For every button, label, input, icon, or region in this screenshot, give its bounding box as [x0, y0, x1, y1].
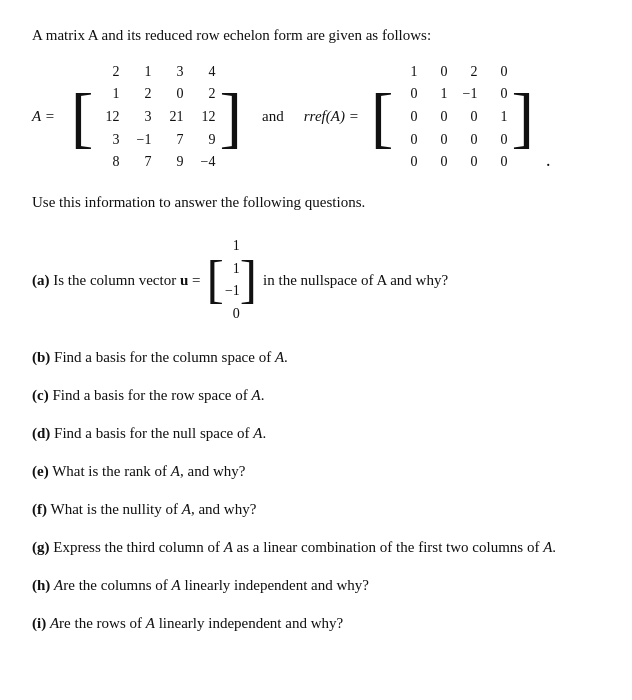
part-a-label: (a) Is the column vector u =	[32, 269, 200, 292]
matrix-cell: 0	[427, 61, 447, 83]
rref-label: rref(A) =	[304, 108, 359, 125]
connector-text: and	[262, 108, 284, 125]
matrix-cell: −4	[193, 151, 215, 173]
matrix-cell: 0	[161, 83, 183, 105]
bracket-left-a: [	[71, 83, 94, 151]
matrix-cell: 12	[193, 106, 215, 128]
part-item-d: (d) Find a basis for the null space of A…	[32, 421, 600, 445]
matrix-cell: 2	[193, 83, 215, 105]
matrix-cell: 0	[457, 129, 477, 151]
part-text: (g) Express the third column of A as a l…	[32, 535, 600, 559]
matrix-cell: 21	[161, 106, 183, 128]
matrix-cell: 3	[97, 129, 119, 151]
matrix-rref-cells: 102001−10000100000000	[397, 61, 507, 173]
part-item-e: (e) What is the rank of A, and why?	[32, 459, 600, 483]
vector-u-cell: 1	[224, 235, 240, 257]
matrix-cell: 0	[427, 151, 447, 173]
part-item-c: (c) Find a basis for the row space of A.	[32, 383, 600, 407]
matrix-cell: 2	[457, 61, 477, 83]
matrix-cell: 0	[427, 106, 447, 128]
matrix-a: [ 2134120212321123−179879−4 ]	[71, 61, 242, 173]
matrix-cell: 1	[427, 83, 447, 105]
matrix-cell: 7	[129, 151, 151, 173]
matrix-cell: 9	[193, 129, 215, 151]
matrix-cell: 0	[397, 129, 417, 151]
matrix-cell: 0	[487, 129, 507, 151]
part-text: (d) Find a basis for the null space of A…	[32, 421, 600, 445]
part-item-g: (g) Express the third column of A as a l…	[32, 535, 600, 559]
matrix-cell: 0	[487, 151, 507, 173]
matrix-cell: −1	[457, 83, 477, 105]
matrix-a-cells: 2134120212321123−179879−4	[97, 61, 215, 173]
bracket-right-u: ]	[240, 254, 257, 306]
part-a: (a) Is the column vector u = [ 11−10 ] i…	[32, 235, 600, 325]
use-line: Use this information to answer the follo…	[32, 191, 600, 214]
vector-u-cell: 1	[224, 258, 240, 280]
bracket-left-u: [	[206, 254, 223, 306]
vector-u-cell: −1	[224, 280, 240, 302]
matrix-cell: 0	[397, 106, 417, 128]
part-item-f: (f) What is the nullity of A, and why?	[32, 497, 600, 521]
intro-text: A matrix A and its reduced row echelon f…	[32, 24, 600, 47]
matrix-cell: 1	[129, 61, 151, 83]
matrix-cell: 12	[97, 106, 119, 128]
matrix-cell: 1	[97, 83, 119, 105]
part-text: (c) Find a basis for the row space of A.	[32, 383, 600, 407]
part-item-h: (h) Are the columns of A linearly indepe…	[32, 573, 600, 597]
part-text: (f) What is the nullity of A, and why?	[32, 497, 600, 521]
part-text: (b) Find a basis for the column space of…	[32, 345, 600, 369]
period: .	[546, 150, 551, 173]
vector-u-cell: 0	[224, 303, 240, 325]
matrix-cell: 9	[161, 151, 183, 173]
bracket-right-a: ]	[219, 83, 242, 151]
matrix-display-block: A = [ 2134120212321123−179879−4 ] and rr…	[32, 61, 600, 173]
matrix-cell: 4	[193, 61, 215, 83]
matrix-cell: 1	[487, 106, 507, 128]
matrix-cell: 2	[129, 83, 151, 105]
matrix-cell: 0	[487, 83, 507, 105]
matrix-cell: 3	[129, 106, 151, 128]
matrix-cell: 2	[97, 61, 119, 83]
matrix-rref: [ 102001−10000100000000 ]	[371, 61, 534, 173]
matrix-cell: 0	[457, 151, 477, 173]
part-text: (i) Are the rows of A linearly independe…	[32, 611, 600, 635]
vector-u-cells: 11−10	[224, 235, 240, 325]
bracket-left-rref: [	[371, 83, 394, 151]
matrix-cell: −1	[129, 129, 151, 151]
matrix-cell: 0	[397, 151, 417, 173]
part-a-post: in the nullspace of A and why?	[263, 269, 448, 292]
part-text: (h) Are the columns of A linearly indepe…	[32, 573, 600, 597]
matrix-cell: 0	[427, 129, 447, 151]
vector-u: [ 11−10 ]	[206, 235, 257, 325]
part-item-i: (i) Are the rows of A linearly independe…	[32, 611, 600, 635]
matrix-cell: 8	[97, 151, 119, 173]
bracket-right-rref: ]	[511, 83, 534, 151]
matrix-a-label: A =	[32, 108, 55, 125]
parts-list: (b) Find a basis for the column space of…	[32, 345, 600, 635]
matrix-cell: 0	[397, 83, 417, 105]
matrix-cell: 7	[161, 129, 183, 151]
part-text: (e) What is the rank of A, and why?	[32, 459, 600, 483]
matrix-cell: 3	[161, 61, 183, 83]
part-item-b: (b) Find a basis for the column space of…	[32, 345, 600, 369]
matrix-cell: 1	[397, 61, 417, 83]
matrix-cell: 0	[457, 106, 477, 128]
matrix-cell: 0	[487, 61, 507, 83]
